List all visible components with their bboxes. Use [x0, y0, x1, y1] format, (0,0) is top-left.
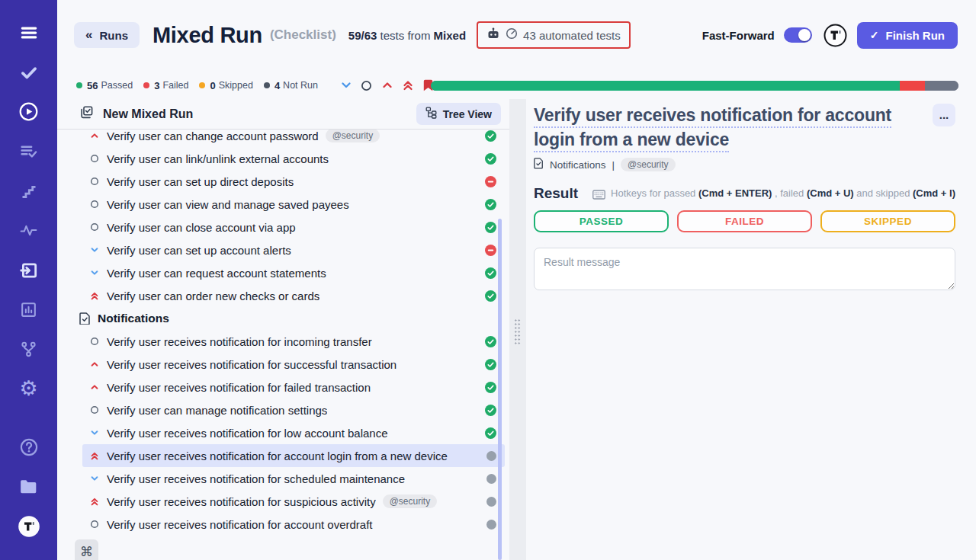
more-actions-button[interactable]: ...	[933, 104, 955, 126]
security-tag: @security	[326, 130, 380, 142]
automated-tests-badge[interactable]: 43 automated tests	[477, 21, 631, 49]
gear-icon[interactable]: ⚙	[16, 379, 42, 399]
circle-icon	[90, 200, 99, 209]
stat-failed[interactable]: 3Failed	[143, 80, 188, 91]
test-row[interactable]: Verify user can view and manage saved pa…	[82, 193, 505, 216]
stat-passed[interactable]: 56Passed	[76, 80, 133, 91]
test-row[interactable]: Verify user receives notification for in…	[82, 330, 505, 353]
progress-segment-not-run	[925, 81, 958, 91]
status-passed-icon	[479, 222, 496, 233]
test-detail-panel: Verify user receives notification for ac…	[526, 99, 976, 560]
help-icon[interactable]	[16, 437, 42, 457]
sidebar: ⚙	[0, 0, 57, 560]
stats-bar: 56Passed3Failed0Skipped4Not Run	[57, 73, 976, 98]
bar-chart-icon[interactable]	[16, 299, 42, 320]
status-passed-icon	[479, 427, 496, 439]
test-row[interactable]: Verify user can manage notification sett…	[82, 398, 505, 421]
check-icon: ✓	[870, 29, 879, 41]
test-row-title: Verify user can order new checks or card…	[107, 290, 319, 302]
circle-icon	[90, 337, 99, 346]
passed-button[interactable]: PASSED	[534, 210, 669, 232]
play-circle-icon[interactable]	[16, 101, 42, 122]
security-tag[interactable]: @security	[621, 158, 676, 171]
test-breadcrumb: Notifications | @security	[534, 158, 955, 171]
test-row[interactable]: Verify user can link/unlink external acc…	[82, 147, 505, 170]
folder-icon[interactable]	[16, 476, 42, 497]
failed-button[interactable]: FAILED	[677, 210, 812, 232]
test-row[interactable]: Verify user receives notification for su…	[82, 490, 505, 513]
test-row[interactable]: Verify user receives notification for su…	[82, 353, 505, 376]
test-row-title: Verify user receives notification for fa…	[107, 381, 371, 394]
test-row[interactable]: Verify user can order new checks or card…	[82, 284, 505, 307]
list-scrollbar[interactable]	[498, 219, 502, 560]
status-not-run-icon	[480, 497, 496, 507]
test-row-title: Verify user receives notification for in…	[107, 335, 372, 348]
status-passed-icon	[479, 336, 496, 347]
chevrons-left-icon: «	[85, 27, 92, 43]
back-to-runs-button[interactable]: « Runs	[74, 22, 140, 48]
not-run-circle-icon[interactable]	[360, 78, 374, 92]
test-row[interactable]: Verify user can close account via app	[82, 216, 505, 238]
finish-run-button[interactable]: ✓ Finish Run	[857, 22, 958, 49]
test-row[interactable]: Verify user receives notification for lo…	[82, 421, 505, 444]
test-row[interactable]: Verify user receives notification for fa…	[82, 376, 505, 398]
test-row[interactable]: Verify user receives notification for ac…	[82, 444, 505, 467]
status-not-run-icon	[480, 520, 496, 530]
list-check-icon[interactable]	[16, 141, 42, 162]
double-chevron-up-icon[interactable]	[401, 78, 415, 92]
chevron-up-icon[interactable]	[380, 78, 394, 92]
command-shortcuts-button[interactable]: ⌘	[75, 539, 98, 560]
panel-resizer[interactable]	[509, 99, 526, 560]
tree-view-label: Tree View	[443, 108, 492, 120]
status-not-run-icon	[480, 451, 496, 461]
keyboard-icon	[592, 190, 605, 200]
app-logo-icon[interactable]	[824, 24, 847, 47]
test-row-title: Verify user can manage notification sett…	[107, 404, 327, 417]
test-row-title: Verify user can change account password	[107, 130, 319, 142]
menu-icon[interactable]	[16, 22, 42, 43]
status-failed-icon	[479, 245, 496, 256]
tree-view-button[interactable]: Tree View	[416, 103, 501, 125]
chevron-down-icon[interactable]	[339, 78, 353, 92]
test-row-title: Verify user receives notification for sc…	[107, 472, 405, 485]
stat-skipped[interactable]: 0Skipped	[199, 80, 252, 91]
test-row-title: Verify user can close account via app	[107, 221, 296, 234]
stat-not-run[interactable]: 4Not Run	[264, 80, 318, 91]
section-row[interactable]: Notifications	[57, 307, 509, 330]
test-row[interactable]: Verify user can request account statemen…	[82, 261, 505, 284]
breadcrumb-section[interactable]: Notifications	[550, 159, 606, 171]
robot-icon	[486, 27, 500, 43]
steps-icon[interactable]	[16, 181, 42, 201]
fast-forward-toggle[interactable]	[784, 27, 812, 43]
result-heading: Result	[534, 185, 578, 202]
app-window: ⚙ « Runs Mixed Run (Checklist) 59/63 tes…	[0, 0, 976, 560]
test-row[interactable]: Verify user can set up account alerts	[82, 238, 505, 261]
result-message-input[interactable]	[534, 248, 955, 290]
chevron-down-icon	[90, 474, 99, 483]
list-header: New Mixed Run Tree View	[57, 99, 509, 130]
automated-tests-label: 43 automated tests	[523, 29, 621, 42]
test-row[interactable]: Verify user receives notification for sc…	[82, 467, 505, 490]
test-row-title: Verify user receives notification for ac…	[107, 450, 448, 462]
toggle-knob	[798, 29, 811, 41]
status-counters: 56Passed3Failed0Skipped4Not Run	[76, 80, 329, 91]
test-row[interactable]: Verify user receives notification for ac…	[82, 513, 505, 536]
double-chevron-up-icon	[90, 451, 99, 461]
document-icon	[534, 158, 544, 171]
git-branch-icon[interactable]	[16, 339, 42, 360]
pulse-icon[interactable]	[16, 220, 42, 241]
finish-run-label: Finish Run	[886, 29, 946, 42]
status-passed-icon	[479, 130, 496, 142]
top-right-controls: Fast-Forward ✓ Finish Run	[702, 22, 958, 49]
skipped-button[interactable]: SKIPPED	[820, 210, 955, 232]
tests-count: 59/63	[348, 29, 377, 42]
tests-summary: 59/63 tests from Mixed	[348, 29, 466, 42]
sign-in-icon[interactable]	[16, 260, 42, 280]
logo-icon[interactable]	[16, 516, 42, 536]
gauge-check-icon	[506, 27, 518, 43]
test-row[interactable]: Verify user can set up direct deposits	[82, 170, 505, 193]
test-title[interactable]: Verify user receives notification for ac…	[534, 104, 922, 152]
test-row[interactable]: Verify user can change account password@…	[82, 130, 505, 147]
check-icon[interactable]	[16, 62, 42, 82]
tests-from-value: Mixed	[434, 29, 467, 42]
